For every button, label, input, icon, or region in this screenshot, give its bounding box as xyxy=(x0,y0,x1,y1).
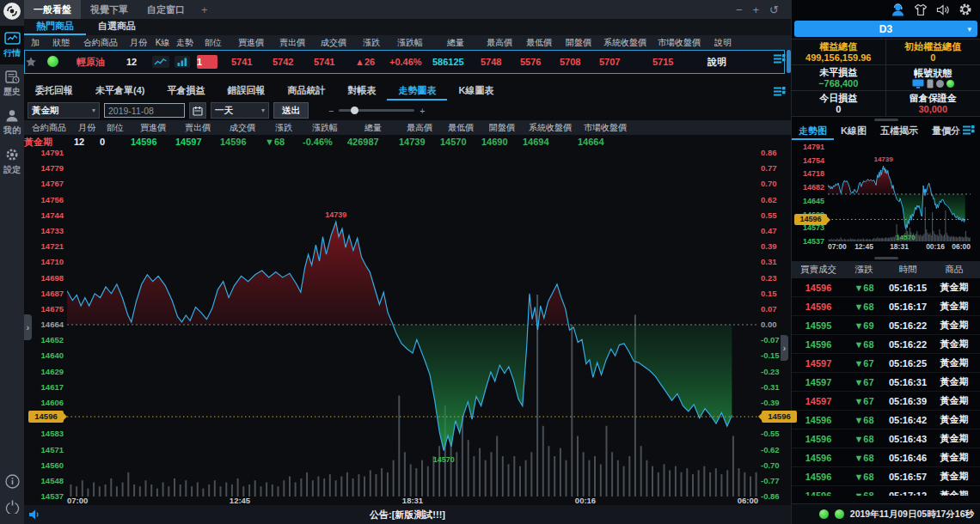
info-icon[interactable] xyxy=(5,474,20,489)
axis-label: 14687 xyxy=(24,289,64,298)
trade-time: 05:16:15 xyxy=(883,283,933,293)
support-agent-icon[interactable] xyxy=(891,3,905,16)
symbol-select[interactable]: 黃金期▾ xyxy=(28,102,100,119)
trade-row[interactable]: 14597 ▼67 05:16:31 黃金期 xyxy=(792,373,980,392)
panel-drag-handle[interactable] xyxy=(792,255,980,261)
tab-走勢图[interactable]: 走勢图 xyxy=(792,123,834,140)
sidebar-item-我的[interactable]: 我的 xyxy=(0,103,24,142)
monitor-icon xyxy=(912,79,924,88)
trade-row[interactable]: 14596 ▼68 05:16:57 黃金期 xyxy=(792,467,980,486)
axis-label: 14718 xyxy=(792,169,824,178)
bid: 5741 xyxy=(231,57,273,67)
col-header: 開盤價 xyxy=(559,37,598,49)
tab-委托回報[interactable]: 委托回報 xyxy=(24,82,84,101)
collapse-left-handle[interactable]: › xyxy=(24,314,32,340)
quote-menu-icon[interactable] xyxy=(773,53,786,64)
submit-button[interactable]: 送出 xyxy=(273,102,309,119)
trend-cell[interactable] xyxy=(175,56,197,69)
account-select[interactable]: D3▾ xyxy=(794,21,977,37)
kline-cell[interactable] xyxy=(152,56,175,69)
menu-一般看盤[interactable]: 一般看盤 xyxy=(24,0,81,19)
slider-plus[interactable]: + xyxy=(420,106,425,116)
tab-熱門商品[interactable]: 熱門商品 xyxy=(24,19,86,35)
price-chart-plot[interactable]: 14739 14570 xyxy=(67,149,758,503)
sidebar-item-設定[interactable]: 設定 xyxy=(0,142,24,181)
collapse-right-handle[interactable]: › xyxy=(781,335,788,361)
trade-time: 05:16:25 xyxy=(883,358,933,369)
date-input[interactable] xyxy=(104,103,185,118)
tab-平倉損益[interactable]: 平倉損益 xyxy=(156,82,216,101)
axis-label: -0.23 xyxy=(761,368,795,376)
trade-row[interactable]: 14597 ▼67 05:16:39 黃金期 xyxy=(792,392,980,411)
stat-value: 499,156,159.96 xyxy=(805,52,871,64)
sys-close: 5707 xyxy=(599,57,652,67)
mini-chart-menu-icon[interactable] xyxy=(960,125,975,136)
trade-row[interactable]: 14595 ▼69 05:16:22 黃金期 xyxy=(792,316,980,335)
axis-label: -0.86 xyxy=(761,492,795,501)
trade-time: 05:16:22 xyxy=(883,339,933,350)
tshirt-icon[interactable] xyxy=(914,3,928,16)
detail-row[interactable]: 黃金期120145961459714596▼68-0.46%4269871473… xyxy=(24,135,791,149)
svg-text:14739: 14739 xyxy=(873,155,893,163)
trade-time: 05:16:42 xyxy=(883,415,933,425)
trade-row[interactable]: 14597 ▼67 05:16:25 黃金期 xyxy=(792,354,980,373)
axis-label: 14791 xyxy=(792,143,824,151)
slider-minus[interactable]: − xyxy=(328,106,334,116)
quote-row[interactable]: 輕原油121574157425741▲26+0.46%5861255748557… xyxy=(24,50,785,74)
favorite-star-icon[interactable] xyxy=(25,56,47,68)
power-icon[interactable] xyxy=(5,499,20,514)
axis-label: 14606 xyxy=(24,399,64,407)
trade-row[interactable]: 14596 ▼68 05:16:17 黃金期 xyxy=(792,297,980,316)
mini-chart-plot[interactable]: 14739 14570 xyxy=(828,140,971,252)
trade-change: ▼67 xyxy=(845,377,883,387)
sidebar-item-歷史[interactable]: 歷史 xyxy=(0,64,24,103)
speaker-icon[interactable] xyxy=(936,3,950,16)
trade-row[interactable]: 14596 ▼68 05:16:15 黃金期 xyxy=(792,278,980,297)
slider-thumb[interactable] xyxy=(351,107,358,114)
trade-change: ▼68 xyxy=(845,283,883,293)
announcement-speaker-icon[interactable] xyxy=(28,509,40,521)
axis-label: 0.86 xyxy=(761,149,795,157)
tab-K線圖表[interactable]: K線圖表 xyxy=(447,82,505,101)
trade-price: 14596 xyxy=(792,415,845,425)
calendar-icon[interactable] xyxy=(189,102,206,119)
add-window-button[interactable]: + xyxy=(194,3,215,16)
menu-視覺下單[interactable]: 視覺下單 xyxy=(81,0,138,19)
col-header: 市場收盤價 xyxy=(652,37,707,49)
panel-drag-handle[interactable] xyxy=(792,117,980,123)
tab-五檔揭示[interactable]: 五檔揭示 xyxy=(873,123,925,140)
trade-row[interactable]: 14596 ▼68 05:16:22 黃金期 xyxy=(792,335,980,354)
report-menu-icon[interactable] xyxy=(773,86,786,97)
trade-price: 14596 xyxy=(792,472,845,482)
trading-app: 一般看盤視覺下單自定窗口 + − + ↺ 行情歷史我的設定 熱門商品自選商品 加… xyxy=(0,0,980,524)
tab-走勢圖表[interactable]: 走勢圖表 xyxy=(387,82,447,101)
slider-track[interactable] xyxy=(339,109,414,112)
trade-row[interactable]: 14596 ▼68 05:16:43 黃金期 xyxy=(792,430,980,448)
period-select[interactable]: 一天▾ xyxy=(211,102,269,119)
zoom-in-button[interactable]: + xyxy=(753,3,760,16)
zoom-out-button[interactable]: − xyxy=(736,3,743,16)
sidebar-item-行情[interactable]: 行情 xyxy=(0,26,24,64)
gear-icon[interactable] xyxy=(959,3,972,16)
menu-自定窗口[interactable]: 自定窗口 xyxy=(138,0,194,19)
tab-對帳表[interactable]: 對帳表 xyxy=(336,82,387,101)
trade-row[interactable]: 14596 ▼68 05:16:42 黃金期 xyxy=(792,411,980,430)
trade-price: 14597 xyxy=(792,377,845,387)
tab-錯誤回報[interactable]: 錯誤回報 xyxy=(216,82,276,101)
tab-商品統計[interactable]: 商品統計 xyxy=(276,82,336,101)
trade-row[interactable]: 14596 ▼68 05:17:12 黃金期 xyxy=(792,486,980,496)
axis-label: 0.62 xyxy=(761,196,795,204)
col-header: 合約商品 xyxy=(24,122,74,134)
axis-label: -0.39 xyxy=(761,399,795,407)
last-price-badge-right: 14596 xyxy=(762,411,797,423)
mini-chart-tabs: 走勢图K線图五檔揭示量價分析 xyxy=(792,123,977,140)
tab-K線图[interactable]: K線图 xyxy=(834,123,873,140)
topbar: 一般看盤視覺下單自定窗口 + − + ↺ xyxy=(24,0,791,19)
col-header: 成交價 xyxy=(220,122,265,134)
trade-row[interactable]: 14596 ▼68 05:16:46 黃金期 xyxy=(792,448,980,467)
tab-自選商品[interactable]: 自選商品 xyxy=(86,19,148,35)
axis-label: 0.31 xyxy=(761,258,795,266)
reset-button[interactable]: ↺ xyxy=(769,3,779,16)
tab-未平倉單(4)[interactable]: 未平倉單(4) xyxy=(84,82,156,101)
time-label: 12:45 xyxy=(230,496,250,505)
